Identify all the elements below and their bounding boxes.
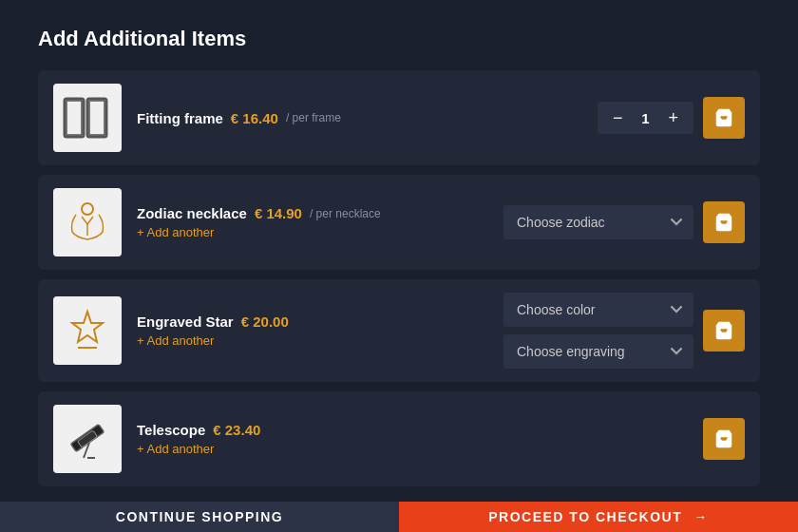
quantity-decrease-button[interactable]: − <box>611 109 625 126</box>
quantity-value: 1 <box>637 110 653 126</box>
cart-icon <box>713 428 734 449</box>
item-info-zodiac: Zodiac necklace € 14.90 / per necklace +… <box>137 205 488 239</box>
item-info-fitting-frame: Fitting frame € 16.40 / per frame <box>137 110 582 126</box>
color-dropdown[interactable]: Choose color Gold Silver <box>504 293 694 327</box>
item-controls-fitting-frame: − 1 + <box>598 97 745 139</box>
page-title: Add Additional Items <box>38 27 760 51</box>
svg-rect-0 <box>65 99 84 137</box>
item-image-telescope <box>53 405 122 473</box>
item-controls-telescope <box>703 418 745 460</box>
svg-point-4 <box>82 203 93 215</box>
svg-rect-3 <box>89 101 104 135</box>
item-price: € 20.00 <box>241 314 289 330</box>
add-to-cart-button[interactable] <box>703 97 745 139</box>
item-unit: / per necklace <box>310 207 381 220</box>
add-to-cart-button[interactable] <box>703 310 745 352</box>
add-another-button[interactable]: + Add another <box>137 225 488 239</box>
list-item: Zodiac necklace € 14.90 / per necklace +… <box>38 175 760 270</box>
item-unit: / per frame <box>286 111 341 124</box>
cart-icon <box>713 320 734 341</box>
checkout-label: PROCEED TO CHECKOUT <box>488 509 682 524</box>
list-item: Engraved Star € 20.00 + Add another Choo… <box>38 279 760 382</box>
proceed-to-checkout-button[interactable]: PROCEED TO CHECKOUT → <box>399 502 798 532</box>
item-name: Engraved Star <box>137 314 234 330</box>
svg-rect-2 <box>87 99 106 137</box>
item-image-star <box>53 296 122 365</box>
add-to-cart-button[interactable] <box>703 201 745 243</box>
item-info-star: Engraved Star € 20.00 + Add another <box>137 314 488 348</box>
quantity-increase-button[interactable]: + <box>666 109 680 126</box>
add-another-button[interactable]: + Add another <box>137 333 488 348</box>
svg-rect-1 <box>66 101 82 135</box>
item-price: € 16.40 <box>231 110 278 126</box>
star-dropdowns: Choose color Gold Silver Choose engravin… <box>504 293 694 369</box>
list-item: Fitting frame € 16.40 / per frame − 1 + <box>38 70 760 165</box>
quantity-control: − 1 + <box>598 102 694 134</box>
item-name: Zodiac necklace <box>137 205 247 221</box>
continue-shopping-button[interactable]: CONTINUE SHOPPING <box>0 502 399 532</box>
add-to-cart-button[interactable] <box>703 418 745 460</box>
footer-buttons: CONTINUE SHOPPING PROCEED TO CHECKOUT → <box>0 502 798 532</box>
item-name: Telescope <box>137 422 205 438</box>
item-price: € 14.90 <box>255 205 302 221</box>
item-controls-zodiac: Choose zodiac Aries Taurus Gemini <box>504 201 745 243</box>
cart-icon <box>713 212 734 233</box>
item-price: € 23.40 <box>213 422 260 438</box>
zodiac-dropdown[interactable]: Choose zodiac Aries Taurus Gemini <box>504 205 694 239</box>
item-info-telescope: Telescope € 23.40 + Add another <box>137 422 688 456</box>
list-item: Telescope € 23.40 + Add another <box>38 391 760 486</box>
item-controls-star: Choose color Gold Silver Choose engravin… <box>504 293 745 369</box>
item-image-zodiac <box>53 188 122 256</box>
main-container: Add Additional Items Fitting frame € 16.… <box>0 0 798 532</box>
svg-marker-6 <box>72 312 103 342</box>
add-another-button[interactable]: + Add another <box>137 442 688 456</box>
engraving-dropdown[interactable]: Choose engraving Name Date <box>504 334 694 369</box>
cart-icon <box>713 107 734 128</box>
checkout-arrow-icon: → <box>694 509 709 524</box>
items-list: Fitting frame € 16.40 / per frame − 1 + <box>38 70 760 486</box>
item-image-fitting-frame <box>53 84 122 152</box>
item-name: Fitting frame <box>137 110 223 126</box>
